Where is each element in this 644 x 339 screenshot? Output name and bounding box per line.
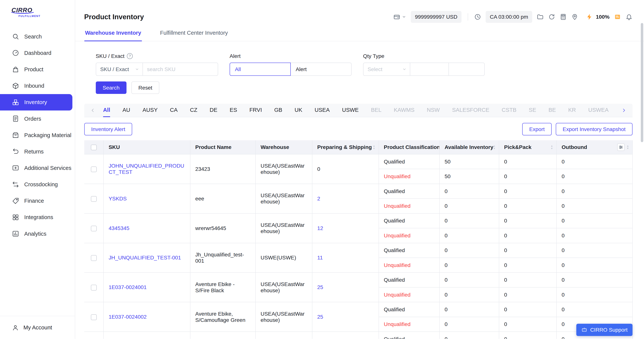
product-name-cell: 23423 [190, 154, 256, 184]
warehouse-tab-ausy[interactable]: AUSY [142, 104, 158, 117]
sidebar-item-packaging-material[interactable]: Packaging Material [0, 127, 72, 143]
currency-display[interactable]: 9999999997 USD [411, 11, 462, 23]
export-snapshot-button[interactable]: Export Inventory Snapshot [556, 123, 632, 135]
warehouse-tab-au[interactable]: AU [122, 104, 130, 117]
select-all-checkbox[interactable] [91, 144, 97, 150]
checkbox-cell [84, 272, 104, 302]
sidebar-item-integrations[interactable]: Integrations [0, 209, 72, 226]
warehouse-tab-usea[interactable]: USEA [315, 104, 330, 117]
warehouse-tab-all[interactable]: All [103, 104, 110, 117]
sidebar-item-my-account[interactable]: My Account [0, 316, 75, 339]
row-checkbox[interactable] [91, 285, 97, 290]
warehouse-cell: USWE(USWE) [256, 243, 312, 273]
sku-link[interactable]: 4345345 [108, 225, 129, 231]
sidebar-item-dashboard[interactable]: Dashboard [0, 45, 72, 61]
chevron-down-icon[interactable] [402, 14, 406, 19]
row-checkbox[interactable] [91, 255, 97, 261]
sidebar-item-returns[interactable]: Returns [0, 143, 72, 160]
timezone-clock-icon[interactable] [474, 14, 481, 20]
folder-icon[interactable] [537, 14, 544, 20]
sidebar-item-crossdocking[interactable]: Crossdocking [0, 176, 72, 193]
sidebar-item-finance[interactable]: Finance [0, 193, 72, 209]
sku-link[interactable]: JOHN_UNQUALIFIED_PRODUCT_TEST [108, 163, 184, 175]
scroll-left-icon[interactable] [90, 108, 96, 113]
sort-icon[interactable]: ▲▼ [493, 144, 496, 150]
row-checkbox[interactable] [91, 314, 97, 320]
preparing-shipping-link[interactable]: 2 [317, 196, 320, 202]
alert-option-all[interactable]: All [230, 62, 291, 76]
preparing-shipping-link[interactable]: 25 [317, 314, 323, 320]
qty-filter-controls: Select [363, 62, 485, 76]
warehouse-tab-uswe[interactable]: USWE [342, 104, 358, 117]
bell-icon[interactable] [626, 14, 632, 20]
calculator-icon[interactable] [560, 14, 567, 20]
warehouse-tab-ca[interactable]: CA [170, 104, 178, 117]
row-checkbox[interactable] [91, 166, 97, 172]
product-name-cell: Aventure Ebike - S/Fire Black [190, 272, 256, 302]
sku-link[interactable]: 1E037-0024002 [108, 314, 147, 320]
scroll-right-icon[interactable] [621, 108, 627, 113]
export-button[interactable]: Export [522, 123, 552, 135]
support-chat-icon [581, 327, 588, 333]
warehouse-tab-uswea: USWEA [588, 104, 608, 117]
logo-text: CIRRO [12, 6, 32, 14]
tab-fulfillment-center-inventory[interactable]: Fulfillment Center Inventory [159, 26, 229, 41]
table-head: SKUProduct NameWarehousePreparing & Ship… [84, 140, 632, 154]
qty-max-input[interactable] [448, 62, 485, 76]
row-checkbox[interactable] [91, 196, 97, 202]
app-logo[interactable]: CIRRO FULFILLMENT [0, 0, 75, 28]
sidebar-item-search[interactable]: Search [0, 28, 72, 45]
sidebar-item-analytics[interactable]: Analytics [0, 226, 72, 242]
warehouse-tab-frvi[interactable]: FRVI [250, 104, 262, 117]
qty-min-input[interactable] [410, 62, 449, 76]
warehouse-tab-se: SE [529, 104, 536, 117]
help-icon[interactable] [127, 53, 133, 59]
tab-warehouse-inventory[interactable]: Warehouse Inventory [84, 26, 142, 41]
column-settings-icon[interactable] [617, 144, 624, 151]
row-checkbox[interactable] [91, 226, 97, 232]
warehouse-tab-es[interactable]: ES [230, 104, 237, 117]
sidebar-item-additional-services[interactable]: Additional Services [0, 160, 72, 176]
wallet-icon[interactable] [393, 14, 400, 20]
alert-option-alert[interactable]: Alert [290, 62, 352, 76]
sort-icon[interactable]: ▲▼ [373, 144, 375, 150]
sku-link[interactable]: YSKDS [108, 196, 127, 202]
warehouse-tab-uk[interactable]: UK [295, 104, 302, 117]
preparing-shipping-link[interactable]: 11 [317, 254, 323, 260]
location-pin-icon[interactable] [571, 14, 578, 20]
pick-pack-cell: 0 [499, 184, 556, 198]
sidebar-item-label: Finance [24, 198, 44, 204]
sku-cell: JOHN_UNQUALIFIED_PRODUCT_TEST [104, 154, 190, 184]
support-button[interactable]: CIRRO Support [576, 324, 632, 336]
inventory-table: SKUProduct NameWarehousePreparing & Ship… [84, 140, 633, 339]
table-row: 1E037-0024001Aventure Ebike - S/Fire Bla… [84, 272, 632, 287]
sidebar-item-inventory[interactable]: Inventory [0, 94, 72, 110]
sku-type-select[interactable]: SKU / Exact [96, 62, 143, 76]
preparing-shipping-link[interactable]: 25 [317, 284, 323, 290]
sku-search-input[interactable] [142, 62, 218, 76]
card-icon[interactable] [614, 14, 621, 20]
sidebar-item-orders[interactable]: Orders [0, 110, 72, 127]
sku-link[interactable]: JH_UNQUALIFIED_TEST-001 [108, 254, 181, 260]
reset-button[interactable]: Reset [132, 82, 159, 94]
qty-type-select[interactable]: Select [363, 62, 410, 76]
warehouse-tab-cz[interactable]: CZ [190, 104, 198, 117]
inventory-alert-button[interactable]: Inventory Alert [84, 123, 132, 135]
refresh-icon[interactable] [548, 14, 555, 20]
search-button[interactable]: Search [96, 82, 126, 94]
preparing-shipping-link[interactable]: 12 [317, 225, 323, 231]
warehouse-tab-de[interactable]: DE [210, 104, 217, 117]
column-header-preparing-shipping: Preparing & Shipping▲▼ [312, 140, 379, 154]
qty-filter-group: Qty Type Select [363, 53, 485, 76]
column-header-outbound: Outbound▲▼ [556, 140, 632, 154]
sort-icon[interactable]: ▲▼ [627, 144, 629, 150]
sort-icon[interactable]: ▲▼ [551, 144, 553, 150]
sku-link[interactable]: 1E037-0024001 [108, 284, 147, 290]
sku-cell: JH_UNQUALIFIED_TEST-001 [104, 243, 190, 273]
timezone-display[interactable]: CA 03:00:00 pm [486, 11, 532, 23]
vertical-scrollbar[interactable] [641, 23, 643, 142]
outbound-cell: 0 [556, 169, 632, 184]
sidebar-item-product[interactable]: Product [0, 61, 72, 78]
sidebar-item-inbound[interactable]: Inbound [0, 78, 72, 94]
warehouse-tab-gb[interactable]: GB [274, 104, 282, 117]
